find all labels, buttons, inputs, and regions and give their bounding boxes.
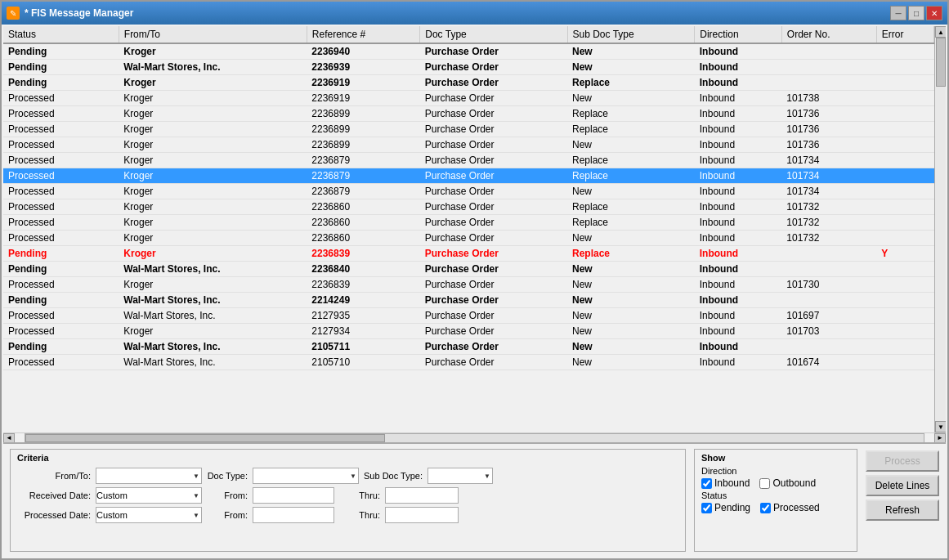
inbound-label: Inbound [714, 477, 750, 489]
table-cell [876, 75, 933, 91]
table-cell: Purchase Order [420, 199, 567, 215]
refresh-button[interactable]: Refresh [866, 500, 939, 521]
received-thru-input[interactable] [385, 487, 459, 504]
table-cell: Kroger [119, 231, 307, 246]
table-row[interactable]: PendingWal-Mart Stores, Inc.2236939Purch… [3, 60, 934, 75]
process-button[interactable]: Process [866, 450, 939, 472]
table-row[interactable]: ProcessedWal-Mart Stores, Inc.2105710Pur… [3, 355, 934, 370]
table-row[interactable]: PendingWal-Mart Stores, Inc.2236840Purch… [3, 262, 934, 277]
processed-checkbox[interactable] [760, 503, 771, 513]
doctype-select[interactable] [253, 468, 359, 484]
table-row[interactable]: PendingWal-Mart Stores, Inc.2214249Purch… [3, 293, 934, 308]
table-row[interactable]: ProcessedKroger2236879Purchase OrderRepl… [3, 153, 934, 168]
table-cell [876, 122, 933, 137]
outbound-checkbox[interactable] [759, 478, 770, 489]
col-fromto[interactable]: From/To [119, 26, 307, 43]
table-row[interactable]: PendingKroger2236919Purchase OrderReplac… [3, 75, 934, 91]
table-cell: Processed [3, 184, 119, 199]
table-cell: Inbound [695, 168, 782, 184]
close-button[interactable]: ✕ [926, 6, 942, 20]
table-cell: Inbound [695, 106, 782, 122]
table-cell: Pending [3, 75, 119, 91]
h-scroll-thumb[interactable] [25, 434, 385, 442]
table-cell: Processed [3, 308, 119, 324]
table-row[interactable]: ProcessedKroger2236879Purchase OrderNewI… [3, 184, 934, 199]
table-row[interactable]: ProcessedWal-Mart Stores, Inc.2127935Pur… [3, 308, 934, 324]
scroll-up-arrow[interactable]: ▲ [935, 26, 946, 38]
col-error[interactable]: Error [876, 26, 933, 43]
table-cell: Inbound [695, 339, 782, 355]
scroll-down-arrow[interactable]: ▼ [935, 421, 946, 432]
table-cell: 2236899 [307, 106, 419, 122]
table-cell: Kroger [119, 184, 307, 199]
vertical-scrollbar[interactable]: ▲ ▼ [934, 26, 946, 432]
table-cell: Processed [3, 106, 119, 122]
table-cell: 2236860 [307, 231, 419, 246]
processed-from-input[interactable] [253, 507, 334, 523]
table-cell [876, 324, 933, 339]
delete-lines-button[interactable]: Delete Lines [866, 475, 939, 496]
col-subdoctype[interactable]: Sub Doc Type [567, 26, 695, 43]
table-cell: Purchase Order [420, 153, 567, 168]
table-scroll-area[interactable]: Status From/To Reference # Doc Type Sub … [3, 26, 934, 432]
table-row[interactable]: ProcessedKroger2236860Purchase OrderRepl… [3, 199, 934, 215]
scroll-left-arrow[interactable]: ◄ [3, 433, 15, 443]
processed-date-select[interactable]: Custom Today Yesterday [96, 507, 202, 523]
table-cell: Inbound [695, 43, 782, 60]
table-cell [781, 339, 876, 355]
table-cell: New [567, 339, 695, 355]
table-row[interactable]: ProcessedKroger2236919Purchase OrderNewI… [3, 91, 934, 106]
col-status[interactable]: Status [3, 26, 119, 43]
table-cell: 101730 [781, 277, 876, 293]
table-cell: New [567, 324, 695, 339]
doctype-dropdown[interactable] [253, 468, 359, 484]
table-row[interactable]: ProcessedKroger2236839Purchase OrderNewI… [3, 277, 934, 293]
scroll-right-arrow[interactable]: ► [934, 433, 946, 443]
table-row[interactable]: ProcessedKroger2236860Purchase OrderNewI… [3, 231, 934, 246]
table-cell: 2236899 [307, 137, 419, 153]
table-row[interactable]: ProcessedKroger2127934Purchase OrderNewI… [3, 324, 934, 339]
received-date-select[interactable]: Custom Today Yesterday [96, 487, 202, 504]
criteria-box: Criteria From/To: Doc Type: [10, 449, 686, 552]
col-orderno[interactable]: Order No. [781, 26, 876, 43]
table-cell: Purchase Order [420, 231, 567, 246]
table-cell: 2236840 [307, 262, 419, 277]
table-cell: Purchase Order [420, 184, 567, 199]
fromto-dropdown[interactable] [96, 468, 202, 484]
restore-button[interactable]: □ [908, 6, 924, 20]
buttons-box: Process Delete Lines Refresh [866, 449, 939, 552]
table-cell [876, 277, 933, 293]
table-row[interactable]: ProcessedKroger2236879Purchase OrderRepl… [3, 168, 934, 184]
table-cell: 2127934 [307, 324, 419, 339]
received-from-input[interactable] [253, 487, 334, 504]
table-cell: Purchase Order [420, 277, 567, 293]
table-row[interactable]: PendingKroger2236839Purchase OrderReplac… [3, 246, 934, 262]
scroll-track[interactable] [935, 38, 946, 421]
scroll-thumb[interactable] [936, 38, 946, 87]
table-row[interactable]: PendingWal-Mart Stores, Inc.2105711Purch… [3, 339, 934, 355]
table-cell: Purchase Order [420, 168, 567, 184]
table-cell: Processed [3, 153, 119, 168]
h-scroll-track[interactable] [25, 433, 924, 443]
subdoctype-select[interactable] [427, 468, 493, 484]
minimize-button[interactable]: ─ [890, 6, 906, 20]
pending-checkbox[interactable] [701, 503, 712, 513]
processed-date-dropdown[interactable]: Custom Today Yesterday [96, 507, 202, 523]
table-cell: 2236899 [307, 122, 419, 137]
inbound-checkbox[interactable] [701, 478, 712, 489]
table-row[interactable]: ProcessedKroger2236899Purchase OrderNewI… [3, 137, 934, 153]
fromto-select[interactable] [96, 468, 202, 484]
subdoctype-dropdown[interactable] [427, 468, 493, 484]
table-cell: New [567, 262, 695, 277]
table-row[interactable]: ProcessedKroger2236899Purchase OrderRepl… [3, 106, 934, 122]
col-ref[interactable]: Reference # [307, 26, 419, 43]
received-date-dropdown[interactable]: Custom Today Yesterday [96, 487, 202, 504]
table-cell: New [567, 43, 695, 60]
table-row[interactable]: ProcessedKroger2236860Purchase OrderRepl… [3, 215, 934, 231]
col-direction[interactable]: Direction [695, 26, 782, 43]
table-row[interactable]: ProcessedKroger2236899Purchase OrderRepl… [3, 122, 934, 137]
col-doctype[interactable]: Doc Type [420, 26, 567, 43]
table-cell: Inbound [695, 215, 782, 231]
table-row[interactable]: PendingKroger2236940Purchase OrderNewInb… [3, 43, 934, 60]
processed-thru-input[interactable] [385, 507, 459, 523]
